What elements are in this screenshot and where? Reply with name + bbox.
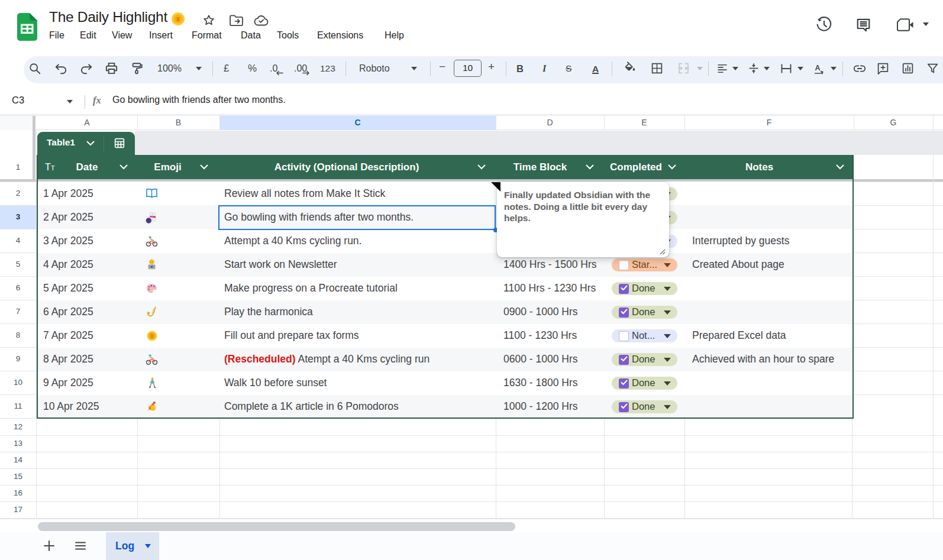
svg-text:A: A (815, 64, 821, 72)
